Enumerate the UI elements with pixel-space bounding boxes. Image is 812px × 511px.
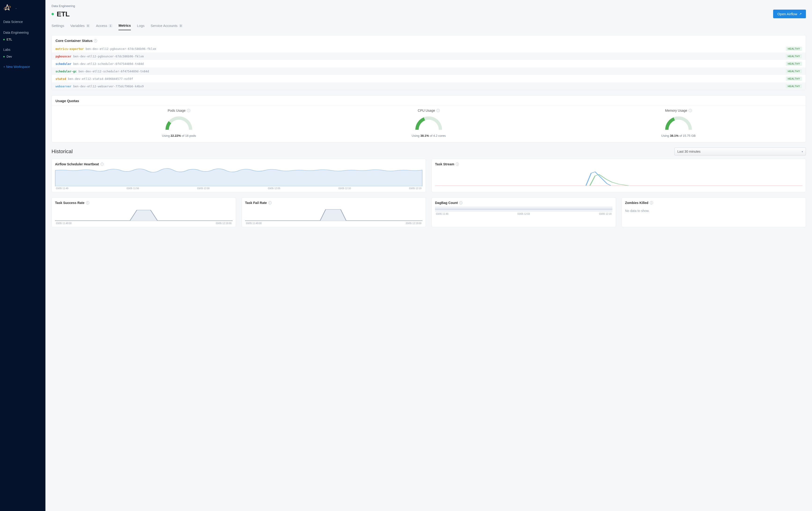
- usage-quotas-card: Usage Quotas Pods Usagei Using 22.22% of…: [52, 95, 806, 142]
- container-row: schedulerben-dev-etl12-scheduler-6f47544…: [52, 60, 806, 67]
- task-stream-chart-card: Task Streami: [432, 159, 806, 192]
- container-id: ben-dev-etl12-scheduler-6f4754489d-tn84d: [79, 69, 149, 73]
- task-fail-chart: [245, 206, 423, 221]
- container-row: scheduler-gcben-dev-etl12-scheduler-6f47…: [52, 67, 806, 75]
- tab-variables[interactable]: Variables0: [70, 23, 90, 30]
- status-badge: HEALTHY: [786, 54, 802, 58]
- container-id: ben-dev-etl12-webserver-775dcf96b6-k4bx9: [73, 85, 144, 88]
- main: Data Engineering ETL Open Airflow ↗ Sett…: [46, 0, 812, 511]
- sidebar-section-data-science[interactable]: Data Science: [0, 18, 46, 26]
- historical-title: Historical: [52, 148, 72, 154]
- info-icon[interactable]: i: [187, 109, 190, 112]
- dagbag-chart-card: DagBag Counti 03/05 11:4903/05 12:0303/0…: [432, 197, 616, 227]
- tab-settings[interactable]: Settings: [52, 23, 64, 30]
- tab-access[interactable]: Access1: [96, 23, 112, 30]
- astronomer-logo-icon: [3, 4, 11, 12]
- status-badge: HEALTHY: [786, 47, 802, 51]
- container-row: metrics-exporterben-dev-etl12-pgbouncer-…: [52, 45, 806, 53]
- info-icon[interactable]: i: [100, 163, 104, 166]
- tab-badge: 0: [86, 24, 90, 27]
- container-name: statsd: [56, 77, 66, 81]
- org-switcher-caret-icon[interactable]: ⌄: [15, 6, 17, 9]
- heartbeat-chart-card: Airflow Scheduler Heartbeati 03/05 11:49…: [52, 159, 426, 192]
- sidebar-top: ⌄: [0, 2, 46, 16]
- gauge-cpu: [304, 116, 554, 132]
- time-range-selected: Last 30 minutes: [677, 150, 700, 153]
- tabs: Settings Variables0 Access1 Metrics Logs…: [52, 23, 806, 30]
- status-badge: HEALTHY: [786, 84, 802, 88]
- sidebar-item-dev[interactable]: Dev: [0, 53, 46, 60]
- dagbag-chart: [435, 206, 612, 212]
- svg-point-0: [4, 5, 11, 10]
- info-icon[interactable]: i: [456, 163, 459, 166]
- tab-logs[interactable]: Logs: [137, 23, 145, 30]
- status-badge: HEALTHY: [786, 62, 802, 66]
- container-row: pgbouncerben-dev-etl12-pgbouncer-67dc586…: [52, 53, 806, 60]
- gauge-pods: [54, 116, 304, 132]
- external-link-icon: ↗: [799, 12, 802, 16]
- info-icon[interactable]: i: [268, 201, 271, 204]
- quota-memory: Memory Usagei Using 38.1% of 15.75 GB: [553, 109, 803, 138]
- sidebar-section-labs[interactable]: Labs: [0, 46, 46, 53]
- info-icon[interactable]: i: [650, 201, 653, 204]
- chevron-down-icon: ▾: [802, 150, 803, 153]
- container-id: ben-dev-etl12-scheduler-6f4754489d-tn84d: [73, 62, 144, 65]
- info-icon[interactable]: i: [86, 201, 89, 204]
- sidebar-section-data-engineering[interactable]: Data Engineering: [0, 29, 46, 36]
- status-badge: HEALTHY: [786, 77, 802, 81]
- container-row: statsdben-dev-etl12-statsd-8496844577-nx…: [52, 75, 806, 82]
- no-data-text: No data to show.: [625, 206, 803, 215]
- container-name: scheduler: [56, 62, 71, 65]
- status-dot-icon: [52, 13, 54, 15]
- quota-pods: Pods Usagei Using 22.22% of 18 pods: [54, 109, 304, 138]
- info-icon[interactable]: i: [689, 109, 692, 112]
- time-range-dropdown[interactable]: Last 30 minutes ▾: [674, 147, 806, 155]
- breadcrumb: Data Engineering: [52, 4, 806, 8]
- task-stream-chart: [435, 168, 803, 186]
- task-fail-chart-card: Task Fail Ratei 03/05 11:49:0003/05 12:1…: [242, 197, 426, 227]
- sidebar-item-label: ETL: [6, 38, 12, 41]
- tab-badge: 0: [179, 24, 183, 27]
- tab-badge: 1: [109, 24, 112, 27]
- container-id: ben-dev-etl12-pgbouncer-67dc586b96-fklxm: [73, 55, 144, 58]
- info-icon[interactable]: i: [436, 109, 440, 112]
- container-name: pgbouncer: [56, 55, 71, 58]
- page-title: ETL: [57, 10, 69, 18]
- tab-metrics[interactable]: Metrics: [118, 23, 131, 30]
- container-name: metrics-exporter: [56, 47, 84, 51]
- tab-service-accounts[interactable]: Service Accounts0: [150, 23, 183, 30]
- container-id: ben-dev-etl12-pgbouncer-67dc586b96-fklxm: [85, 47, 156, 51]
- sidebar-item-etl[interactable]: ETL: [0, 36, 46, 42]
- info-icon[interactable]: i: [459, 201, 462, 204]
- heartbeat-chart: [55, 168, 423, 186]
- open-airflow-button[interactable]: Open Airflow ↗: [773, 9, 806, 18]
- container-row: webserverben-dev-etl12-webserver-775dcf9…: [52, 82, 806, 90]
- container-id: ben-dev-etl12-statsd-8496844577-nx59f: [68, 77, 133, 81]
- sidebar: ⌄ Data Science Data Engineering ETL Labs…: [0, 0, 46, 511]
- core-container-status-card: Core Container Status i metrics-exporter…: [52, 35, 806, 90]
- zombies-chart-card: Zombies Killedi No data to show.: [621, 197, 806, 227]
- task-success-chart: [55, 206, 232, 221]
- sidebar-item-label: Dev: [6, 55, 12, 58]
- new-workspace-link[interactable]: + New Workspace: [0, 61, 46, 73]
- status-badge: HEALTHY: [786, 69, 802, 73]
- info-icon[interactable]: i: [94, 39, 97, 42]
- task-success-chart-card: Task Success Ratei 03/05 11:49:0003/05 1…: [52, 197, 236, 227]
- quota-cpu: CPU Usagei Using 38.1% of 4.2 cores: [304, 109, 554, 138]
- card-title: Usage Quotas: [56, 99, 79, 103]
- open-airflow-label: Open Airflow: [777, 12, 797, 16]
- container-name: webserver: [56, 85, 71, 88]
- card-title: Core Container Status: [56, 39, 92, 42]
- gauge-memory: [553, 116, 803, 132]
- container-name: scheduler-gc: [56, 69, 77, 73]
